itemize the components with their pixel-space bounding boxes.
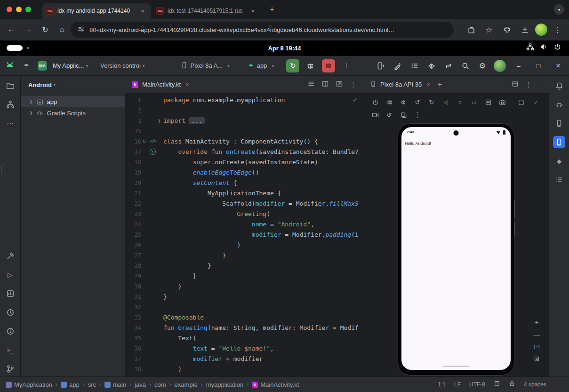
gesture-navigation-bar[interactable]: [443, 366, 469, 367]
network-icon[interactable]: [526, 43, 534, 52]
home-icon[interactable]: ⌂: [55, 22, 70, 37]
breadcrumb-item[interactable]: MyApplication: [6, 381, 52, 388]
tab-close-icon[interactable]: ×: [138, 7, 147, 15]
code-line[interactable]: 16▷</>class MainActivity : ComponentActi…: [125, 136, 363, 147]
code-line[interactable]: 19 enableEdgeToEdge(): [125, 168, 363, 178]
add-device-icon[interactable]: +: [438, 80, 442, 89]
version-control-tool-icon[interactable]: [4, 363, 16, 375]
code-line[interactable]: 28 }: [125, 261, 363, 271]
emulator-screen[interactable]: 7:43 Hello Android!: [401, 127, 511, 370]
overriding-method-gutter-icon[interactable]: ↑: [150, 149, 156, 155]
extensions-puzzle-icon[interactable]: [499, 22, 514, 37]
sync-project-icon[interactable]: [443, 60, 454, 72]
power-icon[interactable]: [553, 43, 561, 52]
editor-tab-label[interactable]: MainActivity.kt: [142, 81, 181, 88]
window-close-icon[interactable]: ×: [551, 60, 565, 72]
browser-tab[interactable]: VNC idx-my-android-app-1744140 ×: [42, 3, 151, 19]
folded-imports-chip[interactable]: ...: [189, 117, 205, 124]
run-tool-icon[interactable]: ▷: [4, 269, 16, 281]
breadcrumb-item[interactable]: example: [175, 381, 198, 388]
project-badge[interactable]: MA: [38, 61, 47, 71]
problems-tool-icon[interactable]: [4, 325, 16, 337]
stop-button[interactable]: [322, 59, 335, 72]
code-line[interactable]: 37 modifier = modifier: [125, 354, 363, 364]
build-tool-icon[interactable]: [4, 250, 16, 262]
code-line[interactable]: 27 }: [125, 250, 363, 261]
tree-item-gradle-scripts[interactable]: ❯ Gradle Scripts: [21, 107, 125, 119]
tab-close-icon[interactable]: ×: [185, 81, 189, 88]
code-line[interactable]: 35 Text(: [125, 333, 363, 344]
code-line[interactable]: 2: [125, 105, 363, 116]
project-selector[interactable]: My Applic...▾: [53, 62, 88, 69]
rotate-left-icon[interactable]: ↺: [411, 96, 424, 108]
code-line[interactable]: 25 modifier = Modifier.padding(i: [125, 230, 363, 240]
new-tab-button[interactable]: +: [266, 4, 278, 15]
back-icon[interactable]: ←: [4, 22, 19, 37]
code-line[interactable]: 26 ): [125, 240, 363, 250]
editor-area[interactable]: K MainActivity.kt × ⋮ 1package com.examp…: [125, 76, 363, 376]
hide-panel-icon[interactable]: –: [539, 81, 542, 88]
running-devices-icon[interactable]: [553, 136, 565, 148]
main-menu-icon[interactable]: ≡: [21, 60, 32, 72]
code-line[interactable]: 34fun Greeting(name: String, modifier: M…: [125, 323, 363, 333]
code-line[interactable]: 20 setContent {: [125, 178, 363, 188]
indent-setting[interactable]: 4 spaces: [524, 381, 546, 388]
code-line[interactable]: 18 super.onCreate(savedInstanceState): [125, 157, 363, 168]
device-power-icon[interactable]: [369, 96, 381, 108]
window-minimize-icon[interactable]: –: [512, 60, 526, 72]
line-separator[interactable]: LF: [454, 381, 461, 388]
zoom-out-icon[interactable]: —: [534, 332, 540, 339]
device-manager-icon[interactable]: [553, 117, 565, 129]
android-back-icon[interactable]: ◁: [440, 96, 452, 108]
volume-down-icon[interactable]: [397, 96, 409, 108]
task-list-icon[interactable]: [409, 60, 420, 72]
window-maximize-icon[interactable]: □: [531, 60, 545, 72]
open-in-window-icon[interactable]: [336, 80, 343, 89]
run-configuration-selector[interactable]: app▾: [248, 62, 274, 70]
run-overflow-icon[interactable]: ⋮: [341, 60, 352, 72]
breadcrumb-item[interactable]: java: [135, 381, 146, 388]
profiler-tool-icon[interactable]: [4, 306, 16, 319]
device-selector[interactable]: Pixel 8a A...▾: [181, 62, 230, 70]
resource-manager-icon[interactable]: [4, 98, 16, 111]
code-line[interactable]: 31}: [125, 292, 363, 302]
code-line[interactable]: 33@Composable: [125, 312, 363, 323]
site-settings-icon[interactable]: [77, 25, 85, 34]
code-line[interactable]: 29 }: [125, 271, 363, 281]
reload-icon[interactable]: ↻: [38, 22, 53, 37]
project-tool-icon[interactable]: [4, 80, 16, 92]
code-line[interactable]: 23 Greeting(: [125, 209, 363, 219]
editor-overflow-icon[interactable]: ⋮: [350, 80, 357, 89]
tool-window-handle[interactable]: ⋮: [1, 163, 6, 176]
notifications-bell-icon[interactable]: [553, 80, 565, 92]
camera-icon[interactable]: [496, 96, 508, 108]
terminal-tool-icon[interactable]: >_: [4, 344, 16, 356]
file-encoding[interactable]: UTF-8: [469, 381, 485, 388]
debug-button[interactable]: [305, 60, 316, 72]
browser-menu-icon[interactable]: ⋮: [550, 22, 565, 37]
breadcrumb-item[interactable]: com: [154, 381, 166, 388]
search-everywhere-icon[interactable]: [460, 60, 471, 72]
gemini-icon[interactable]: ◆: [553, 155, 565, 167]
run-button[interactable]: ↻: [286, 59, 299, 72]
app-quality-insights-icon[interactable]: [4, 288, 16, 300]
code-line[interactable]: 21 MyApplicationTheme {: [125, 188, 363, 199]
editor-list-icon[interactable]: [307, 80, 315, 89]
code-line[interactable]: 24 name = "Android",: [125, 219, 363, 230]
zoom-fit-icon[interactable]: [534, 356, 540, 363]
profile-avatar[interactable]: [535, 24, 547, 36]
gradle-tool-icon[interactable]: [553, 98, 565, 111]
forward-icon[interactable]: →: [21, 22, 36, 37]
editor-columns-icon[interactable]: [494, 380, 500, 388]
split-editor-icon[interactable]: [321, 80, 329, 89]
code-line[interactable]: 3❯import ...: [125, 116, 363, 126]
code-line[interactable]: 15: [125, 126, 363, 136]
code-line[interactable]: 17↑ override fun onCreate(savedInstanceS…: [125, 147, 363, 157]
breadcrumb-item[interactable]: myapplication: [206, 381, 244, 388]
compose-preview-gutter-icon[interactable]: </>: [150, 136, 156, 147]
more-tool-windows-icon[interactable]: ⋯: [4, 117, 16, 129]
breadcrumb-item[interactable]: KMainActivity.kt: [252, 381, 299, 388]
bookmark-star-icon[interactable]: ☆: [481, 22, 497, 37]
snapshots-icon[interactable]: [397, 109, 409, 120]
rotate-right-icon[interactable]: ↻: [425, 96, 438, 108]
